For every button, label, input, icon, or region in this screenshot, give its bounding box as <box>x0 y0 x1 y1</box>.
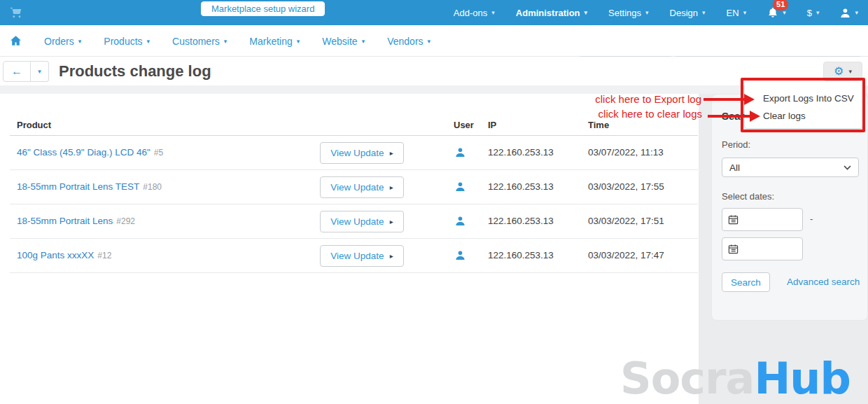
log-time: 03/03/2022, 17:51 <box>588 216 664 226</box>
view-update-label: View Update <box>330 251 384 261</box>
period-select[interactable]: All <box>722 158 859 177</box>
nav-label: Customers <box>172 36 220 47</box>
view-update-label: View Update <box>330 216 384 227</box>
nav-item-website[interactable]: Website▾ <box>322 36 365 47</box>
chevron-down-icon: ▾ <box>702 9 706 16</box>
watermark: SocraHub <box>620 353 850 404</box>
advanced-search-link[interactable]: Advanced search <box>787 277 860 287</box>
annotation-arrowhead-clear <box>750 111 760 122</box>
topbar-item-design[interactable]: Design ▾ <box>670 8 706 18</box>
select-dates-label: Select dates: <box>722 191 774 202</box>
annotation-export-note: click here to Export log <box>595 93 701 105</box>
language-selector[interactable]: EN ▾ <box>727 8 747 18</box>
marketplace-setup-wizard-button[interactable]: Marketplace setup wizard <box>201 1 325 16</box>
nav-item-vendors[interactable]: Vendors▾ <box>387 36 430 47</box>
chevron-down-icon: ▾ <box>855 9 858 16</box>
back-arrow-icon: ← <box>11 65 22 78</box>
table-row: 100g Pants xxxXX#12 View Update▸ 122.160… <box>10 239 698 273</box>
chevron-down-icon: ▾ <box>38 68 41 75</box>
user-icon[interactable] <box>455 181 465 192</box>
topbar: Marketplace setup wizard Add-ons ▾ Admin… <box>0 0 868 25</box>
home-button[interactable] <box>10 35 22 47</box>
nav-item-products[interactable]: Products▾ <box>104 36 150 47</box>
topbar-item-label: Administration <box>516 8 580 18</box>
caret-right-icon: ▸ <box>390 149 393 157</box>
back-button[interactable]: ← <box>3 61 31 82</box>
chevron-down-icon: ▾ <box>297 38 300 45</box>
menu-item-clear-logs[interactable]: Clear logs <box>745 107 862 125</box>
user-icon[interactable] <box>455 250 465 260</box>
menu-item-export-logs-csv[interactable]: Export Logs Into CSV <box>745 90 862 107</box>
notification-badge: 51 <box>773 0 788 11</box>
user-icon[interactable] <box>455 147 465 158</box>
table-row: 18-55mm Portrait Lens TEST#180 View Upda… <box>10 170 698 204</box>
nav-item-marketing[interactable]: Marketing▾ <box>249 36 300 47</box>
chevron-down-icon: ▾ <box>584 9 588 16</box>
nav-label: Products <box>104 36 142 47</box>
main-navbar: Orders▾ Products▾ Customers▾ Marketing▾ … <box>0 25 868 57</box>
currency-symbol: $ <box>807 8 812 18</box>
date-to-input[interactable] <box>743 244 792 254</box>
date-from-field[interactable] <box>722 208 803 231</box>
gear-dropdown-menu: Export Logs Into CSV Clear logs <box>745 81 862 128</box>
chevron-down-icon: ▾ <box>491 9 495 16</box>
column-header-ip: IP <box>488 120 496 130</box>
sidebar-search-button[interactable]: Search <box>722 272 770 292</box>
nav-item-orders[interactable]: Orders▾ <box>44 36 81 47</box>
currency-menu[interactable]: $ ▾ <box>807 8 820 18</box>
back-dropdown-button[interactable]: ▾ <box>31 61 49 82</box>
view-update-button[interactable]: View Update▸ <box>320 176 404 198</box>
annotation-arrow-clear <box>708 115 751 118</box>
annotation-arrow-export <box>704 98 746 101</box>
topbar-menu: Add-ons ▾ Administration ▾ Settings ▾ De… <box>454 0 858 25</box>
chevron-down-icon: ▾ <box>743 9 747 16</box>
caret-right-icon: ▸ <box>390 252 393 260</box>
date-from-input[interactable] <box>743 214 792 225</box>
home-icon <box>10 35 22 47</box>
language-label: EN <box>727 8 739 18</box>
product-id: #180 <box>143 182 162 192</box>
chevron-down-icon: ▾ <box>645 9 649 16</box>
product-name: 100g Pants xxxXX <box>17 250 94 260</box>
ip-address: 122.160.253.13 <box>488 250 554 260</box>
product-link[interactable]: 18-55mm Portrait Lens TEST#180 <box>17 181 162 192</box>
cart-icon[interactable] <box>10 6 22 19</box>
notifications-menu[interactable]: 51 ▾ <box>767 7 786 18</box>
topbar-item-addons[interactable]: Add-ons ▾ <box>454 8 495 18</box>
view-update-label: View Update <box>330 182 384 193</box>
log-time: 03/07/2022, 11:13 <box>588 147 664 158</box>
user-icon[interactable] <box>455 216 465 226</box>
account-menu[interactable]: ▾ <box>840 8 858 18</box>
products-change-log-page: Marketplace setup wizard Add-ons ▾ Admin… <box>0 0 868 404</box>
product-id: #5 <box>154 148 163 158</box>
date-to-field[interactable] <box>722 237 803 260</box>
product-name: 46" Class (45.9" Diag.) LCD 46" <box>17 147 150 158</box>
ip-address: 122.160.253.13 <box>488 181 554 192</box>
product-link[interactable]: 100g Pants xxxXX#12 <box>17 250 111 260</box>
chevron-down-icon <box>844 165 851 170</box>
gear-menu-button[interactable]: ⚙ ▾ <box>823 62 862 81</box>
product-link[interactable]: 18-55mm Portrait Lens#292 <box>17 216 135 226</box>
page-titlebar: ← ▾ Products change log ⚙ ▾ <box>0 57 868 85</box>
watermark-part1: Socra <box>620 353 754 404</box>
topbar-item-administration[interactable]: Administration ▾ <box>516 8 587 18</box>
product-id: #12 <box>97 251 111 260</box>
topbar-item-label: Design <box>670 8 698 18</box>
log-time: 03/03/2022, 17:55 <box>588 181 664 192</box>
column-header-time: Time <box>588 120 609 130</box>
view-update-button[interactable]: View Update▸ <box>320 245 404 267</box>
table-row: 46" Class (45.9" Diag.) LCD 46"#5 View U… <box>10 136 698 170</box>
log-time: 03/03/2022, 17:47 <box>588 250 664 260</box>
product-name: 18-55mm Portrait Lens <box>17 216 113 226</box>
view-update-label: View Update <box>330 148 384 158</box>
date-range-separator: - <box>810 214 813 224</box>
chevron-down-icon: ▾ <box>428 38 431 45</box>
nav-item-customers[interactable]: Customers▾ <box>172 36 227 47</box>
view-update-button[interactable]: View Update▸ <box>320 211 404 232</box>
annotation-clear-note: click here to clear logs <box>598 108 702 120</box>
topbar-item-settings[interactable]: Settings ▾ <box>608 8 649 18</box>
view-update-button[interactable]: View Update▸ <box>320 142 404 164</box>
watermark-part2: Hub <box>754 353 850 404</box>
product-link[interactable]: 46" Class (45.9" Diag.) LCD 46"#5 <box>17 147 163 158</box>
product-name: 18-55mm Portrait Lens TEST <box>17 181 139 192</box>
